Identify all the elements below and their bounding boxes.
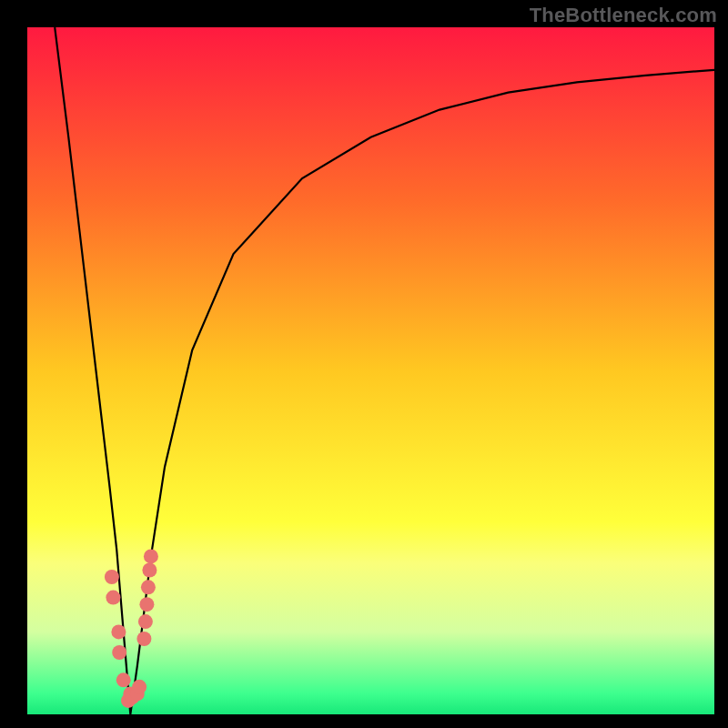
marker-dot [142, 563, 157, 578]
bottleneck-chart [27, 27, 714, 714]
marker-dot [116, 672, 131, 687]
marker-dot [132, 680, 147, 694]
marker-dot [111, 624, 126, 639]
marker-dot [105, 570, 119, 584]
marker-dot [141, 580, 156, 594]
marker-dot [136, 632, 151, 646]
marker-dot [106, 591, 120, 605]
watermark-text: TheBottleneck.com [530, 4, 717, 27]
marker-dot [139, 597, 154, 612]
marker-dot [138, 614, 153, 629]
chart-plot-area [27, 27, 714, 714]
chart-background [27, 27, 714, 714]
marker-dot [112, 645, 126, 660]
marker-dot [144, 549, 158, 563]
